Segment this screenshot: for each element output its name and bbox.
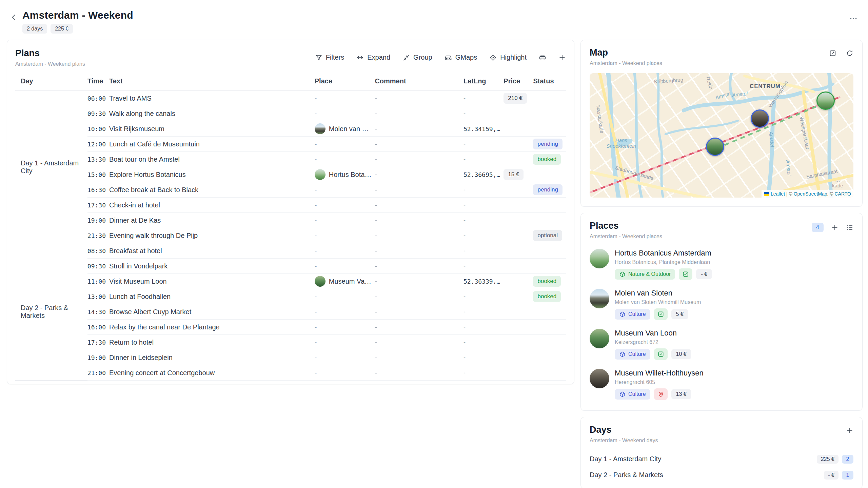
plan-latlng: - bbox=[463, 243, 504, 259]
place-category-badge: Culture bbox=[615, 389, 650, 400]
plan-row[interactable]: 13:00Lunch at Foodhallen---booked bbox=[15, 289, 566, 304]
plan-row[interactable]: 19:00Dinner at De Kas--- bbox=[15, 213, 566, 228]
plans-card: Plans Amsterdam - Weekend plans FiltersE… bbox=[7, 40, 574, 384]
place-address: Molen van Sloten Windmill Museum bbox=[615, 299, 701, 305]
plan-time: 09:30 bbox=[87, 106, 109, 121]
day-count-badge: 2 bbox=[842, 455, 853, 464]
day-list-item[interactable]: Day 1 - Amsterdam City225 €2 bbox=[590, 451, 853, 467]
plan-comment: - bbox=[375, 106, 463, 121]
chevron-left-icon bbox=[9, 13, 18, 22]
plan-comment: - bbox=[375, 304, 463, 320]
marker-museum-van-loon[interactable] bbox=[706, 138, 724, 156]
add-day-button[interactable] bbox=[846, 427, 853, 434]
day-count-badge: 1 bbox=[842, 471, 853, 480]
plan-row[interactable]: 11:00Visit Museum LoonMuseum Va…-52.3633… bbox=[15, 274, 566, 289]
plan-row[interactable]: 13:30Boat tour on the Amstel---booked bbox=[15, 152, 566, 167]
visited-check-badge bbox=[654, 308, 668, 320]
pin-badge bbox=[654, 388, 668, 400]
plan-comment: - bbox=[375, 259, 463, 274]
plan-place: - bbox=[315, 152, 375, 167]
filters-button[interactable]: Filters bbox=[315, 54, 344, 61]
plan-status bbox=[533, 106, 566, 121]
plan-row[interactable]: 21:00Evening concert at Concertgebouw--- bbox=[15, 365, 566, 381]
add-place-button[interactable] bbox=[831, 224, 839, 231]
places-list: Hortus Botanicus AmsterdamHortus Botanic… bbox=[590, 244, 853, 404]
plan-place: - bbox=[315, 365, 375, 381]
plan-text: Stroll in Vondelpark bbox=[109, 259, 315, 274]
plan-price bbox=[504, 198, 533, 213]
plan-text: Browse Albert Cuyp Market bbox=[109, 304, 315, 320]
map-attribution: Leaflet | © OpenStreetMap, © CARTO bbox=[762, 190, 853, 198]
plan-comment: - bbox=[375, 289, 463, 304]
place-address: Keizersgracht 672 bbox=[615, 339, 691, 345]
plan-place: - bbox=[315, 182, 375, 198]
days-subtitle: Amsterdam - Weekend days bbox=[590, 438, 658, 444]
days-card: Days Amsterdam - Weekend days Day 1 - Am… bbox=[580, 417, 863, 488]
plan-status bbox=[533, 198, 566, 213]
plan-row[interactable]: 17:30Return to hotel--- bbox=[15, 335, 566, 350]
column-header-time: Time bbox=[87, 77, 109, 91]
highlight-button[interactable]: Highlight bbox=[489, 54, 527, 61]
expand-label: Expand bbox=[367, 54, 390, 61]
group-button[interactable]: Group bbox=[402, 54, 432, 61]
attribution-link[interactable]: OpenStreetMap bbox=[794, 191, 827, 197]
plan-row[interactable]: 10:00Visit RijksmuseumMolen van …-52.341… bbox=[15, 121, 566, 137]
attribution-link[interactable]: CARTO bbox=[835, 191, 851, 197]
plan-time: 17:30 bbox=[87, 198, 109, 213]
attribution-link[interactable]: Leaflet bbox=[771, 191, 785, 197]
places-count-badge: 4 bbox=[812, 223, 824, 232]
cube-icon bbox=[619, 311, 626, 318]
day-group-label: Day 1 - Amsterdam City bbox=[15, 91, 87, 243]
plan-row[interactable]: 14:30Browse Albert Cuyp Market--- bbox=[15, 304, 566, 320]
plan-comment: - bbox=[375, 167, 463, 182]
place-list-item[interactable]: Molen van SlotenMolen van Sloten Windmil… bbox=[590, 284, 853, 324]
plan-row[interactable]: 15:00Explore Hortus BotanicusHortus Bota… bbox=[15, 167, 566, 182]
plan-latlng: 52.34159,… bbox=[463, 121, 504, 137]
status-badge: pending bbox=[533, 139, 563, 149]
plan-row[interactable]: 19:00Dinner in Leidseplein--- bbox=[15, 350, 566, 365]
place-list-item[interactable]: Museum Willet-HolthuysenHerengracht 605C… bbox=[590, 364, 853, 404]
plan-row[interactable]: 17:30Check-in at hotel--- bbox=[15, 198, 566, 213]
status-badge: booked bbox=[533, 291, 561, 302]
overflow-menu-button[interactable] bbox=[849, 14, 858, 23]
plan-row[interactable]: 12:00Lunch at Café de Museumtuin---pendi… bbox=[15, 137, 566, 152]
status-badge: pending bbox=[533, 184, 563, 195]
check-square-icon bbox=[657, 351, 664, 358]
place-list-item[interactable]: Hortus Botanicus AmsterdamHortus Botanic… bbox=[590, 244, 853, 284]
place-list-item[interactable]: Museum Van LoonKeizersgracht 672Culture1… bbox=[590, 324, 853, 364]
day-list-item[interactable]: Day 2 - Parks & Markets- €1 bbox=[590, 467, 853, 483]
plan-place: - bbox=[315, 213, 375, 228]
check-square-icon bbox=[657, 311, 664, 318]
plan-latlng: - bbox=[463, 335, 504, 350]
plan-comment: - bbox=[375, 137, 463, 152]
maximize-icon bbox=[829, 49, 836, 57]
places-list-view-button[interactable] bbox=[846, 224, 853, 231]
plan-price bbox=[504, 304, 533, 320]
plan-row[interactable]: 09:30Walk along the canals--- bbox=[15, 106, 566, 121]
print-button[interactable] bbox=[539, 54, 546, 61]
back-button[interactable] bbox=[9, 13, 18, 22]
add-plan-button[interactable] bbox=[558, 54, 566, 61]
plan-row[interactable]: 21:30Evening walk through De Pijp---opti… bbox=[15, 228, 566, 243]
map-fullscreen-button[interactable] bbox=[829, 49, 836, 57]
column-header-latlng: LatLng bbox=[463, 77, 504, 91]
expand-button[interactable]: Expand bbox=[356, 54, 390, 61]
plan-row[interactable]: Day 1 - Amsterdam City06:00Travel to AMS… bbox=[15, 91, 566, 106]
funnel-icon bbox=[315, 54, 322, 61]
gmaps-button[interactable]: GMaps bbox=[445, 54, 477, 61]
plan-status bbox=[533, 167, 566, 182]
plan-row[interactable]: 09:30Stroll in Vondelpark--- bbox=[15, 259, 566, 274]
plan-latlng: - bbox=[463, 213, 504, 228]
plan-row[interactable]: Day 2 - Parks & Markets08:30Breakfast at… bbox=[15, 243, 566, 259]
plan-place: - bbox=[315, 259, 375, 274]
map-refresh-button[interactable] bbox=[846, 49, 853, 57]
marker-hortus-botanicus[interactable] bbox=[816, 92, 835, 110]
plan-row[interactable]: 16:00Relax by the canal near De Plantage… bbox=[15, 320, 566, 335]
plan-row[interactable]: 16:30Coffee break at Back to Black---pen… bbox=[15, 182, 566, 198]
plan-price bbox=[504, 213, 533, 228]
column-header-price: Price bbox=[504, 77, 533, 91]
days-title: Days bbox=[590, 425, 658, 435]
marker-museum-willet[interactable] bbox=[751, 109, 769, 128]
map[interactable]: KrijtbergbrugRokinAmstelAmstelCENTRUMWat… bbox=[590, 73, 853, 198]
plan-place: - bbox=[315, 106, 375, 121]
